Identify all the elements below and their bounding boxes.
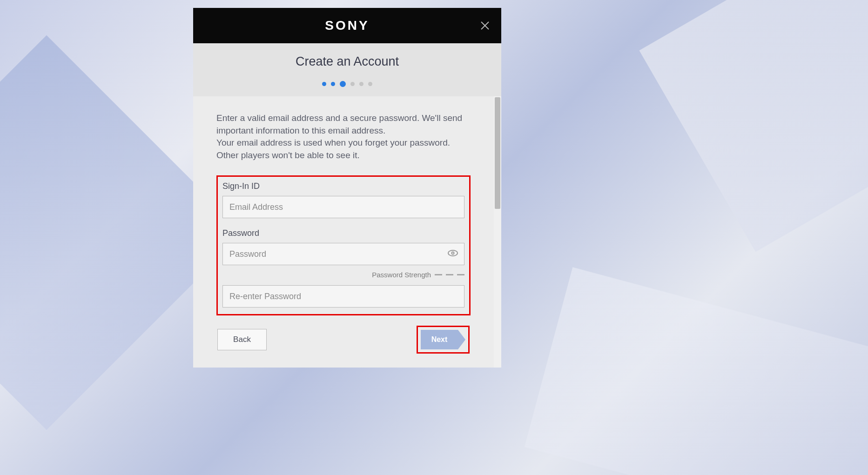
- sony-logo: SONY: [325, 18, 369, 33]
- modal-body: Enter a valid email address and a secure…: [193, 96, 494, 368]
- scrollbar-thumb[interactable]: [495, 97, 500, 209]
- button-row: Back Next: [216, 326, 471, 354]
- signin-id-group: Sign-In ID: [222, 181, 464, 218]
- password-field[interactable]: [222, 243, 464, 265]
- modal-title-area: Create an Account: [193, 43, 501, 96]
- reenter-password-field[interactable]: [222, 285, 464, 308]
- step-dot-4: [350, 82, 355, 86]
- svg-point-3: [452, 252, 454, 254]
- password-label: Password: [222, 228, 464, 238]
- back-button[interactable]: Back: [217, 329, 267, 350]
- progress-stepper: [193, 82, 501, 87]
- email-field[interactable]: [222, 196, 464, 218]
- eye-icon: [448, 249, 458, 257]
- svg-point-2: [448, 250, 458, 256]
- form-highlight-annotation: Sign-In ID Password: [216, 175, 471, 315]
- step-dot-3-current: [340, 81, 346, 87]
- password-strength-bar-3: [457, 274, 464, 275]
- modal-header: SONY: [193, 8, 501, 43]
- instructions-text: Enter a valid email address and a secure…: [216, 112, 471, 161]
- next-button[interactable]: Next: [421, 330, 458, 349]
- signin-id-label: Sign-In ID: [222, 181, 464, 191]
- scrollbar[interactable]: [494, 96, 501, 368]
- password-strength-row: Password Strength: [222, 271, 464, 279]
- step-dot-2: [331, 82, 335, 86]
- page-title: Create an Account: [193, 54, 501, 69]
- step-dot-1: [322, 82, 326, 86]
- next-highlight-annotation: Next: [417, 326, 470, 354]
- password-strength-label: Password Strength: [372, 271, 431, 279]
- close-icon: [479, 20, 491, 31]
- close-button[interactable]: [478, 19, 492, 33]
- step-dot-5: [359, 82, 363, 86]
- create-account-modal: SONY Create an Account Enter a valid ema…: [193, 8, 501, 368]
- toggle-password-visibility[interactable]: [448, 249, 458, 259]
- step-dot-6: [368, 82, 372, 86]
- password-group: Password Password Strength: [222, 228, 464, 308]
- password-strength-bar-2: [446, 274, 453, 275]
- password-strength-bar-1: [435, 274, 442, 275]
